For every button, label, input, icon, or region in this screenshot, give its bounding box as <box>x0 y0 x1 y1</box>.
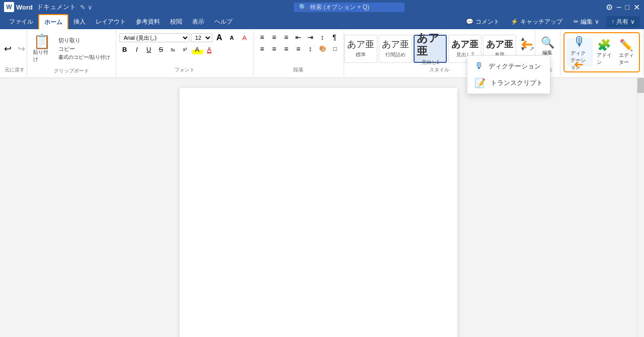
comment-button[interactable]: 💬 コメント <box>462 17 504 27</box>
styles-down-button[interactable]: ▼ <box>519 44 527 53</box>
word-icon: W <box>4 2 14 12</box>
search-input[interactable] <box>310 4 390 11</box>
strikethrough-button[interactable]: S <box>155 45 167 54</box>
tab-review[interactable]: 校閲 <box>165 14 187 29</box>
multilevel-button[interactable]: ≡ <box>281 32 292 42</box>
shading-button[interactable]: 🎨 <box>317 44 329 53</box>
edit-pencil-icon: ✏ <box>574 18 579 25</box>
tab-view[interactable]: 表示 <box>187 14 209 29</box>
maximize-icon[interactable]: □ <box>625 3 629 11</box>
app-name: Word <box>16 4 33 11</box>
addon-icon: 🧩 <box>597 39 611 52</box>
dropdown-mic-icon: 🎙 <box>474 61 484 71</box>
settings-icon[interactable]: ⚙ <box>606 3 613 12</box>
bullets-button[interactable]: ≡ <box>257 32 268 42</box>
align-right-button[interactable]: ≡ <box>281 44 292 54</box>
catchup-icon: ⚡ <box>511 18 518 25</box>
align-left-button[interactable]: ≡ <box>257 44 268 54</box>
underline-button[interactable]: U <box>143 45 154 54</box>
tab-layout[interactable]: レイアウト <box>91 14 131 29</box>
sort-button[interactable]: ↕ <box>317 32 328 42</box>
dropdown-transcript-item[interactable]: 📝 トランスクリプト <box>467 74 550 92</box>
paragraph-label: 段落 <box>293 65 303 74</box>
document-page[interactable] <box>180 88 457 337</box>
dropdown-transcript-icon: 📝 <box>474 77 486 89</box>
align-center-button[interactable]: ≡ <box>269 44 280 54</box>
editor-icon: ✏️ <box>619 39 633 52</box>
cut-button[interactable]: 切り取り <box>57 36 112 45</box>
paste-icon: 📋 <box>33 35 51 49</box>
copy-button[interactable]: コピー <box>57 45 112 53</box>
styles-up-button[interactable]: ▲ <box>519 34 527 43</box>
doc-title: ドキュメント <box>37 3 76 12</box>
undo-button[interactable]: ↩ <box>2 42 14 55</box>
tab-home[interactable]: ホーム <box>38 14 68 29</box>
ribbon-tabs: ファイル ホーム 挿入 レイアウト 参考資料 校閲 表示 ヘルプ 💬 コメント … <box>0 14 644 29</box>
document-scroll-area[interactable] <box>0 78 637 337</box>
justify-button[interactable]: ≡ <box>293 44 304 54</box>
edit-button[interactable]: ✏ 編集 ∨ <box>570 17 603 27</box>
clipboard-label: クリップボード <box>54 66 89 75</box>
style-heading1[interactable]: あア亜 見出し1 <box>414 35 447 63</box>
paste-button[interactable]: 📋 貼り付け <box>29 33 55 65</box>
font-clear-button[interactable]: A <box>239 33 250 43</box>
search-box[interactable]: 🔍 <box>294 3 405 12</box>
font-group-label: フォント <box>175 65 195 74</box>
font-shrink-button[interactable]: A <box>226 34 237 42</box>
share-button[interactable]: ↑ 共有 ∨ <box>606 16 640 28</box>
main-area <box>0 78 644 337</box>
numbering-button[interactable]: ≡ <box>269 32 280 42</box>
search-magnify-icon: 🔍 <box>541 36 554 49</box>
clipboard-secondary: 切り取り コピー 書式のコピー/貼り付け <box>55 35 114 62</box>
dictation-button[interactable]: 🎙 ディクテーション <box>567 38 593 66</box>
app-logo: W Word <box>4 2 33 12</box>
tab-references[interactable]: 参考資料 <box>131 14 165 29</box>
superscript-button[interactable]: x² <box>180 46 191 53</box>
font-color-button[interactable]: A <box>204 45 215 54</box>
increase-indent-button[interactable]: ⇥ <box>305 32 316 42</box>
addon-button[interactable]: 🧩 アドイン <box>594 38 615 66</box>
title-bar: W Word ドキュメント ✎ ∨ 🔍 ⚙ – □ ✕ <box>0 0 644 14</box>
catchup-button[interactable]: ⚡ キャッチアップ <box>507 17 567 27</box>
line-spacing-button[interactable]: ↕ <box>305 44 316 54</box>
dictation-dropdown: 🎙 ディクテーション 📝 トランスクリプト <box>467 55 550 94</box>
redo-button[interactable]: ↪ <box>16 42 27 55</box>
styles-expand-icon[interactable]: ↗ <box>529 45 534 52</box>
format-copy-button[interactable]: 書式のコピー/貼り付け <box>57 53 112 61</box>
highlight-button[interactable]: A <box>192 45 203 54</box>
tab-insert[interactable]: 挿入 <box>68 14 91 29</box>
font-size-select[interactable]: 12 <box>191 33 212 42</box>
editor-button[interactable]: ✏️ エディター <box>616 38 637 66</box>
search-icon: 🔍 <box>299 4 307 11</box>
italic-button[interactable]: I <box>131 45 142 54</box>
minimize-icon[interactable]: – <box>617 3 621 12</box>
font-grow-button[interactable]: A <box>214 32 225 43</box>
dropdown-dictation-item[interactable]: 🎙 ディクテーション <box>467 58 550 74</box>
scrollbar-thumb[interactable] <box>637 78 644 93</box>
style-normal[interactable]: あア亜 標準 <box>344 35 377 63</box>
microphone-icon: 🎙 <box>573 34 586 50</box>
style-compact[interactable]: あア亜 行間詰め <box>379 35 412 63</box>
close-icon[interactable]: ✕ <box>633 3 640 12</box>
show-marks-button[interactable]: ¶ <box>329 32 340 42</box>
borders-button[interactable]: □ <box>330 44 341 53</box>
subscript-button[interactable]: x₂ <box>168 46 179 53</box>
tab-file[interactable]: ファイル <box>4 14 38 29</box>
font-family-select[interactable]: Arial (見出し) <box>119 33 190 42</box>
undo-group-label: 元に戻す <box>5 65 25 74</box>
scrollbar[interactable] <box>637 78 644 337</box>
share-icon: ↑ <box>611 18 614 25</box>
font-controls: Arial (見出し) 12 A A A B I U S x₂ x² A A <box>119 32 250 54</box>
comment-icon: 💬 <box>466 18 473 25</box>
paragraph-controls: ≡ ≡ ≡ ⇤ ⇥ ↕ ¶ ≡ ≡ ≡ ≡ ↕ 🎨 □ <box>257 32 341 54</box>
styles-label: スタイル <box>429 65 449 74</box>
bold-button[interactable]: B <box>119 45 130 54</box>
decrease-indent-button[interactable]: ⇤ <box>293 32 304 42</box>
tab-help[interactable]: ヘルプ <box>209 14 237 29</box>
ribbon-right-actions: 💬 コメント ⚡ キャッチアップ ✏ 編集 ∨ ↑ 共有 ∨ <box>462 16 640 28</box>
